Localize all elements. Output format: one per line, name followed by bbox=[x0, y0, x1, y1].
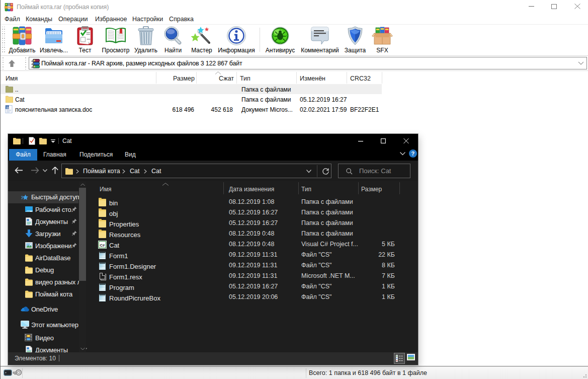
svg-text:W: W bbox=[6, 106, 10, 109]
svg-text:?: ? bbox=[411, 150, 415, 157]
